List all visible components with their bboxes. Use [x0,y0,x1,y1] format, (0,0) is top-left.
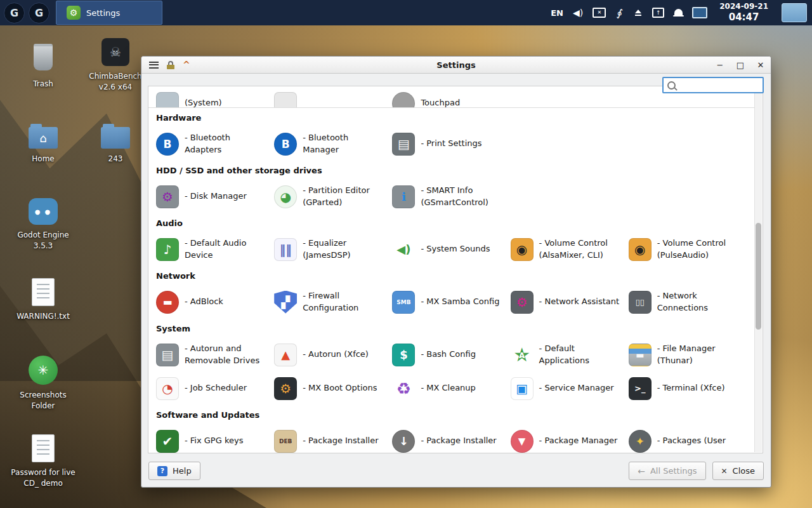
section-title: Hardware [156,113,754,124]
settings-item[interactable]: $- Bash Config [392,338,510,371]
taskbar-settings-button[interactable]: ⚙ Settings [56,1,162,25]
desktop-icon-label: Password for live CD_ demo [9,467,77,490]
settings-item[interactable]: ℹ- SMART Info (GSmartControl) [392,180,510,213]
settings-item[interactable]: (System) [156,86,274,107]
settings-item[interactable]: ♪- Default Audio Device [156,232,274,266]
close-window-button[interactable]: ✕ [750,57,771,73]
settings-item[interactable]: ▬- AdBlock [156,285,274,319]
search-box[interactable] [662,77,764,93]
settings-item[interactable]: ▼- Package Manager [511,424,629,453]
clipboard-manager-icon[interactable]: ∮ [614,6,625,19]
search-input[interactable] [679,80,759,91]
settings-item[interactable]: ◀)- System Sounds [392,232,510,266]
package-installer-icon: ↓ [392,430,415,453]
app-launcher-icon[interactable]: G [29,3,49,23]
window-preview-icon[interactable] [782,3,807,22]
settings-item[interactable]: B- Bluetooth Adapters [156,127,274,161]
settings-item[interactable]: ↓- Package Installer [392,424,510,453]
settings-item[interactable]: ▤- Print Settings [392,127,510,161]
folder-icon [101,127,130,149]
desktop-icon-label: Screenshots Folder [9,390,77,412]
settings-item[interactable]: ✔- Fix GPG keys [156,424,274,453]
settings-item-label: - Bluetooth Adapters [185,132,268,156]
lock-icon[interactable] [167,61,174,69]
settings-item[interactable]: ⚙- MX Boot Options [274,371,392,405]
display-icon[interactable] [692,7,707,18]
desktop-icon-label: ChimbaBench v2.6 x64 [81,71,150,93]
settings-item[interactable]: ▞- Firewall Configuration [274,285,392,319]
settings-item[interactable]: ◕- Partition Editor (GParted) [274,180,392,213]
settings-item[interactable]: ◉- Volume Control (AlsaMixer, CLI) [511,232,629,266]
desktop-icon-password-for-live-cd-demo[interactable]: Password for live CD_ demo [9,434,77,490]
settings-item[interactable]: B- Bluetooth Manager [274,127,392,161]
autorun-rocket-icon: ▲ [274,344,297,366]
eject-icon[interactable] [634,10,643,16]
close-button-label: Close [733,466,755,476]
settings-item-label: - Package Installer [303,435,378,447]
settings-item[interactable]: DEB- Package Installer [274,424,392,453]
minimize-button[interactable]: − [710,57,730,73]
smart-info-icon: ℹ [392,185,415,208]
display-settings-icon[interactable]: ✕ [593,8,606,18]
settings-item[interactable]: ◉- Volume Control (PulseAudio) [629,232,747,266]
section-grid: ▬- AdBlock▞- Firewall ConfigurationSMB- … [156,285,747,319]
settings-item[interactable]: ▣- Service Manager [511,371,629,405]
updates-icon[interactable]: ↑ [652,8,664,18]
settings-item[interactable]: ▤- Autorun and Removable Drives [156,338,274,371]
settings-item[interactable]: >_- Terminal (Xfce) [629,371,747,405]
settings-item-label: (System) [185,97,222,107]
app-launcher-icon[interactable]: G [4,3,25,23]
desktop-icon-home[interactable]: ⌂Home [9,121,77,164]
section-title: Network [156,271,754,283]
section-grid: B- Bluetooth AdaptersB- Bluetooth Manage… [156,127,747,161]
settings-item[interactable]: ‖‖- Equalizer (JamesDSP) [274,232,392,266]
search-icon [667,81,676,90]
desktop-icon-243[interactable]: 243 [81,121,150,164]
settings-item[interactable]: ♻- MX Cleanup [392,371,510,405]
home-folder-icon: ⌂ [29,127,58,149]
settings-list: (System)Touchpad HardwareB- Bluetooth Ad… [148,86,754,453]
settings-section: System▤- Autorun and Removable Drives▲- … [148,319,754,405]
settings-item[interactable]: ⚙- Disk Manager [156,180,274,213]
settings-item[interactable] [274,86,392,107]
keyboard-layout-indicator[interactable]: EN [551,8,563,18]
settings-item[interactable]: ▯▯- Network Connections [629,285,747,319]
settings-item[interactable]: Touchpad [392,86,510,107]
settings-item-label: - Firewall Configuration [303,290,386,314]
settings-section: Software and Updates✔- Fix GPG keysDEB- … [148,405,754,453]
settings-item[interactable]: ⚙- Network Assistant [511,285,629,319]
desktop-icon-chimbabench-v2-6-x64[interactable]: ☠ChimbaBench v2.6 x64 [81,38,150,93]
scrollbar[interactable] [754,87,762,452]
caret-up-icon[interactable]: ^ [183,60,190,69]
bluetooth-icon: B [156,133,179,156]
desktop-icon-trash[interactable]: Trash [9,41,77,90]
notifications-bell-icon[interactable] [674,9,683,17]
all-settings-button[interactable]: ← All Settings [629,462,705,480]
settings-item[interactable]: ◔- Job Scheduler [156,371,274,405]
settings-item-label: - Default Applications [539,343,623,367]
section-grid: ⚙- Disk Manager◕- Partition Editor (GPar… [156,180,747,213]
volume-icon[interactable]: ◀) [573,8,583,18]
removable-drives-icon: ▤ [156,344,179,366]
window-titlebar[interactable]: ^ Settings − □ ✕ [141,57,771,74]
help-button[interactable]: ? Help [148,462,200,480]
clock[interactable]: 2024-09-21 04:47 [719,2,768,23]
settings-item[interactable]: ▬- File Manager (Thunar) [629,338,747,371]
settings-item[interactable]: SMB- MX Samba Config [392,285,510,319]
scrollbar-thumb[interactable] [756,223,761,330]
settings-item[interactable]: ▲- Autorun (Xfce) [274,338,392,371]
settings-content: (System)Touchpad HardwareB- Bluetooth Ad… [148,86,763,453]
desktop-icon-warning-txt[interactable]: WARNING!.txt [9,278,77,322]
maximize-button[interactable]: □ [730,57,750,73]
settings-item[interactable]: ★A- Default Applications [511,338,629,371]
settings-section: Audio♪- Default Audio Device‖‖- Equalize… [148,213,754,266]
desktop-icon-godot-engine-3-5-3[interactable]: ● ●Godot Engine 3.5.3 [9,198,77,252]
desktop-icon-screenshots-folder[interactable]: ✳Screenshots Folder [9,356,77,412]
settings-item-label: - MX Cleanup [421,382,475,394]
window-title: Settings [141,60,771,70]
desktop-icon-label: WARNING!.txt [16,311,70,322]
volume-alsa-icon: ◉ [511,238,534,261]
settings-item[interactable]: ✦- Packages (User [629,424,747,453]
close-button[interactable]: ✕ Close [712,462,764,480]
menu-icon[interactable] [149,62,159,69]
